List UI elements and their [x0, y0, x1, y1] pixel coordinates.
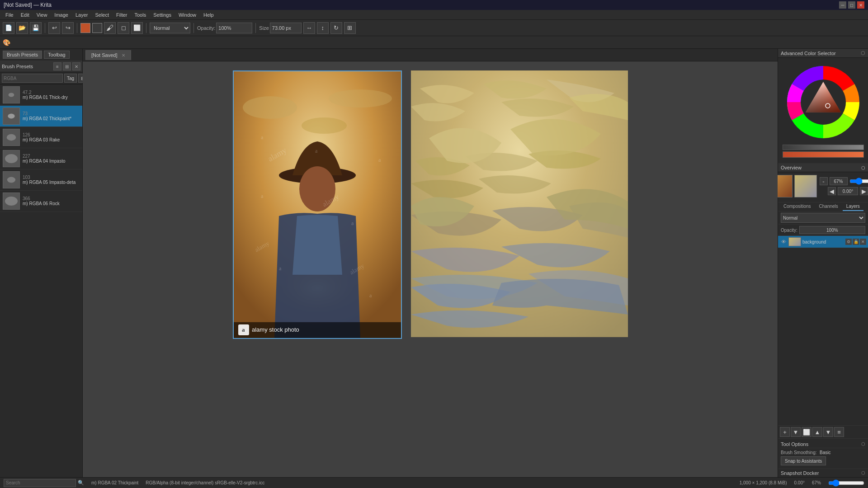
color-selector-expand-btn[interactable]: ⬡ — [861, 50, 865, 56]
document-dimensions: 1,000 × 1,200 (8.8 MiB) — [740, 480, 787, 485]
krita-logo[interactable]: 🎨 — [3, 39, 10, 46]
brush-item-2[interactable]: 73m) RGBA 02 Thickpaint* — [0, 106, 82, 127]
canvas-area[interactable]: [Not Saved] ✕ — [83, 49, 778, 477]
angle-inc-btn[interactable]: ▶ — [860, 187, 868, 195]
svg-point-4 — [7, 177, 15, 183]
menu-filter[interactable]: Filter — [113, 11, 131, 19]
color-wheel-svg[interactable] — [783, 61, 864, 143]
close-button[interactable]: ✕ — [857, 1, 864, 9]
copy-layer-btn[interactable]: ⬜ — [802, 427, 811, 437]
rotate-button[interactable]: ↻ — [330, 22, 342, 34]
save-file-button[interactable]: 💾 — [30, 22, 42, 34]
separator-5 — [255, 23, 256, 33]
brush-presets-tab[interactable]: Brush Presets — [3, 51, 42, 59]
tab-layers[interactable]: Layers — [843, 202, 863, 211]
opacity-input[interactable] — [216, 23, 252, 33]
brush-item-4[interactable]: 227m) RGBA 04 Impasto — [0, 148, 82, 169]
menu-view[interactable]: View — [33, 11, 51, 19]
brush-filter-input[interactable] — [2, 74, 63, 83]
menu-image[interactable]: Image — [51, 11, 72, 19]
search-input[interactable] — [4, 479, 76, 487]
color-wheel-area[interactable] — [778, 58, 868, 161]
layer-toolbar: + ▼ ⬜ ▲ ▼ ≡ — [778, 425, 868, 438]
menu-layer[interactable]: Layer — [72, 11, 92, 19]
menu-help[interactable]: Help — [200, 11, 217, 19]
mirror-h-button[interactable]: ↔ — [303, 22, 315, 34]
brush-presets-header: Brush Presets ≡ ⊞ ✕ — [0, 61, 82, 72]
menu-file[interactable]: File — [2, 11, 17, 19]
foreground-color-swatch[interactable] — [80, 23, 90, 33]
brush-item-6[interactable]: 366m) RGBA 06 Rock — [0, 191, 82, 212]
move-layer-down-btn[interactable]: ▼ — [823, 427, 833, 437]
undo-button[interactable]: ↩ — [48, 22, 60, 34]
snapshot-expand-btn[interactable]: ⬡ — [861, 470, 865, 475]
overview-thumb-2 — [794, 175, 817, 197]
svg-point-1 — [8, 114, 14, 119]
brush-size-4: 227 — [23, 154, 80, 159]
brush-item-3[interactable]: 126m) RGBA 03 Rake — [0, 127, 82, 148]
brush-item-1[interactable]: 47.2m) RGBA 01 Thick-dry — [0, 84, 82, 106]
zoom-slider-status[interactable] — [828, 479, 864, 487]
new-file-button[interactable]: 📄 — [3, 22, 14, 34]
redo-button[interactable]: ↪ — [62, 22, 74, 34]
layer-item-background[interactable]: 👁 background ⚙ 🔒 ✕ — [778, 236, 868, 248]
zoom-out-btn[interactable]: - — [820, 177, 828, 185]
angle-dec-btn[interactable]: ◀ — [828, 187, 836, 195]
tag-filter-btn[interactable]: Tag — [64, 74, 77, 83]
brush-size-1: 47.2 — [23, 90, 80, 95]
size-input[interactable] — [270, 23, 302, 33]
brush-presets-title: Brush Presets — [2, 64, 52, 69]
overview-expand-btn[interactable]: ⬡ — [861, 165, 865, 170]
minimize-button[interactable]: ─ — [839, 1, 846, 9]
layer-action-3[interactable]: ✕ — [860, 239, 866, 245]
brush-close-btn[interactable]: ✕ — [72, 62, 80, 70]
blend-mode-dropdown[interactable]: Normal — [150, 23, 190, 33]
menu-settings[interactable]: Settings — [150, 11, 175, 19]
layer-blend-mode-dropdown[interactable]: Normal — [781, 213, 865, 223]
separator-3 — [146, 23, 146, 33]
secondary-toolbar: 🎨 — [0, 36, 868, 49]
tab-channels[interactable]: Channels — [816, 202, 842, 211]
brush-list-btn[interactable]: ≡ — [53, 62, 61, 70]
brush-name-2: m) RGBA 02 Thickpaint* — [23, 116, 80, 121]
overview-section: Overview ⬡ - ◀ — [778, 164, 868, 202]
canvas-rotation: 0.00° — [794, 480, 805, 485]
layers-opacity-input[interactable] — [799, 226, 865, 234]
maximize-button[interactable]: □ — [848, 1, 855, 9]
brush-grid-btn[interactable]: ⊞ — [63, 62, 71, 70]
hue-gradient-bar[interactable] — [783, 145, 864, 150]
brush-preview-3 — [3, 129, 20, 146]
frame-button[interactable]: ⊞ — [344, 22, 356, 34]
layer-visibility-icon[interactable]: 👁 — [780, 238, 787, 245]
layer-action-1[interactable]: ⚙ — [845, 239, 852, 245]
brush-item-5[interactable]: 103m) RGBA 05 Impasto-deta — [0, 169, 82, 191]
menu-window[interactable]: Window — [175, 11, 200, 19]
canvas-tab-close-icon[interactable]: ✕ — [122, 53, 125, 58]
open-file-button[interactable]: 📂 — [16, 22, 28, 34]
menu-edit[interactable]: Edit — [17, 11, 33, 19]
background-color-swatch[interactable] — [92, 23, 102, 33]
layer-properties-btn[interactable]: ≡ — [834, 427, 844, 437]
menu-select[interactable]: Select — [91, 11, 113, 19]
add-layer-dropdown-btn[interactable]: ▼ — [791, 427, 801, 437]
tab-compositions[interactable]: Compositions — [780, 202, 815, 211]
brush-presets-button[interactable]: ⬜ — [131, 22, 143, 34]
zoom-input[interactable] — [830, 177, 848, 185]
angle-input[interactable] — [838, 187, 858, 195]
snap-assistants-btn[interactable]: Snap to Assistants — [781, 456, 826, 465]
tool-options-expand-btn[interactable]: ⬡ — [861, 441, 865, 446]
toolbag-tab[interactable]: Toolbag — [44, 51, 70, 59]
layer-action-2[interactable]: 🔒 — [853, 239, 859, 245]
zoom-controls: - — [820, 177, 868, 185]
brush-tool-button[interactable]: 🖌 — [104, 22, 116, 34]
eraser-button[interactable]: ◻ — [118, 22, 129, 34]
svg-point-3 — [5, 154, 18, 163]
reference-image-border: alamy alamy alamy alamy a a a a a a a — [233, 70, 402, 339]
mirror-v-button[interactable]: ↕ — [317, 22, 329, 34]
menu-bar: File Edit View Image Layer Select Filter… — [0, 10, 868, 20]
add-layer-btn[interactable]: + — [780, 427, 790, 437]
menu-tools[interactable]: Tools — [131, 11, 150, 19]
zoom-slider[interactable] — [849, 178, 868, 185]
move-layer-up-btn[interactable]: ▲ — [812, 427, 822, 437]
canvas-tab-unsaved[interactable]: [Not Saved] ✕ — [85, 50, 131, 60]
